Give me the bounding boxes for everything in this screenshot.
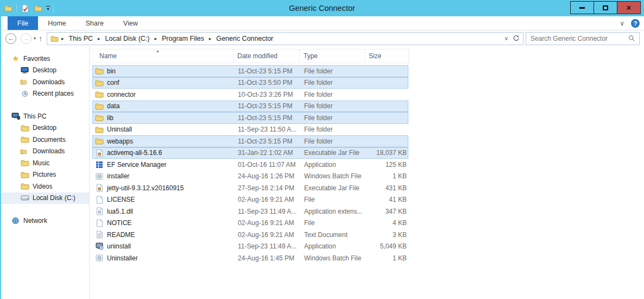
file-row[interactable]: LICENSE02-Aug-16 9:21 AMFile41 KB [92, 194, 408, 206]
file-name: README [107, 231, 135, 239]
file-name: jetty-util-9.3.12.v20160915 [107, 184, 184, 192]
forward-button[interactable]: → [21, 33, 31, 44]
sidebar-item-documents[interactable]: Documents [1, 134, 89, 146]
maximize-button[interactable] [594, 1, 617, 14]
type-cell: Windows Batch File [300, 254, 365, 262]
sidebar-item-desktop[interactable]: Desktop [1, 122, 89, 134]
breadcrumb-item[interactable]: This PC [68, 34, 94, 43]
type-cell: Executable Jar File [300, 149, 365, 157]
file-row[interactable]: data11-Oct-23 5:15 PMFile folder [92, 101, 408, 113]
sidebar-item-recent-places[interactable]: Recent places [1, 88, 89, 100]
type-cell: File [300, 219, 365, 227]
file-name: NOTICE [107, 219, 131, 227]
file-name-cell: EF Service Manager [93, 161, 234, 169]
type-cell: File folder [300, 114, 365, 122]
minimize-button[interactable] [570, 1, 594, 14]
previous-locations-chevron-icon[interactable]: ∨ [502, 35, 510, 41]
column-header-type[interactable]: Type [300, 49, 365, 63]
sidebar-item-downloads[interactable]: ↓Downloads [1, 76, 89, 88]
music-folder-icon [20, 159, 29, 166]
breadcrumb-separator-icon[interactable]: ▸ [60, 36, 66, 41]
file-name: conf [107, 79, 119, 86]
file-row[interactable]: conf11-Oct-23 5:50 PMFile folder [92, 77, 408, 89]
breadcrumb-separator-icon[interactable]: ▸ [153, 36, 159, 41]
back-button[interactable]: ← [5, 33, 16, 44]
explorer-window-icon[interactable] [3, 3, 13, 13]
address-bar[interactable]: ▸This PC▸Local Disk (C:)▸Program Files▸G… [47, 32, 523, 45]
file-row[interactable]: Uninstall11-Sep-23 11:50 A...File folder [92, 124, 408, 136]
file-row[interactable]: webapps11-Oct-23 5:15 PMFile folder [92, 135, 408, 147]
tab-home[interactable]: Home [38, 16, 75, 30]
pictures-folder-icon [20, 171, 29, 178]
file-row[interactable]: NOTICE02-Aug-16 9:21 AMFile4 KB [92, 217, 408, 229]
help-icon[interactable]: ? [631, 19, 640, 28]
file-row[interactable]: installer24-Aug-16 1:26 PMWindows Batch … [92, 171, 408, 183]
breadcrumb-item[interactable]: Program Files [161, 34, 205, 43]
breadcrumb-separator-icon[interactable]: ▸ [207, 36, 213, 41]
up-button[interactable]: ↑ [39, 34, 42, 43]
column-header-date-modified[interactable]: Date modified [233, 49, 300, 63]
sidebar-item-videos[interactable]: Videos [1, 180, 89, 192]
date-modified-cell: 11-Sep-23 11:49 A... [234, 208, 300, 215]
file-row[interactable]: lua5.1.dll11-Sep-23 11:49 A...Applicatio… [92, 205, 408, 217]
type-cell: File folder [300, 67, 365, 75]
new-folder-icon[interactable] [33, 3, 43, 13]
breadcrumb-item[interactable]: Generic Connector [215, 34, 274, 43]
file-name-cell: uninstall [93, 242, 234, 250]
file-name-cell: jetty-util-9.3.12.v20160915 [93, 184, 234, 192]
type-cell: File folder [300, 79, 365, 86]
jar-file-icon [95, 149, 104, 157]
navigation-bar: ← → ▾ ↑ ▸This PC▸Local Disk (C:)▸Program… [0, 30, 644, 46]
breadcrumb-separator-icon[interactable]: ▸ [96, 36, 102, 41]
main-area: ★FavoritesDesktop↓DownloadsRecent places… [0, 46, 644, 299]
sidebar-group-network[interactable]: Network [1, 215, 89, 227]
file-row[interactable]: uninstall11-Sep-23 11:49 A...Application… [92, 241, 408, 253]
tab-share[interactable]: Share [76, 16, 113, 30]
sidebar-group-this-pc[interactable]: This PC [1, 110, 89, 122]
column-header-name[interactable]: Name [90, 49, 233, 63]
column-header-size[interactable]: Size [365, 49, 409, 63]
minimize-ribbon-chevron-icon[interactable]: ∨ [620, 20, 624, 27]
refresh-icon[interactable] [513, 35, 520, 42]
sidebar-item-local-disk-c-[interactable]: Local Disk (C:) [1, 192, 89, 204]
favorites-star-icon: ★ [11, 54, 20, 63]
folder-icon [95, 67, 104, 74]
file-row[interactable]: bin11-Oct-23 5:15 PMFile folder [92, 65, 408, 77]
date-modified-cell: 02-Aug-16 9:21 AM [234, 196, 300, 203]
file-name: connector [107, 91, 136, 98]
size-cell: 347 KB [365, 208, 409, 215]
date-modified-cell: 11-Oct-23 5:15 PM [234, 67, 300, 75]
column-header-row: ▲ Name Date modified Type Size [90, 49, 409, 63]
application-icon [95, 242, 104, 250]
date-modified-cell: 02-Aug-16 9:21 AM [234, 231, 300, 239]
search-input[interactable] [526, 35, 628, 42]
file-name: installer [107, 172, 129, 180]
tab-file[interactable]: File [8, 16, 38, 30]
search-box [526, 32, 640, 45]
sidebar-group-favorites[interactable]: ★Favorites [1, 53, 89, 65]
file-row[interactable]: connector10-Oct-23 3:26 PMFile folder [92, 89, 408, 101]
type-cell: Application extens... [300, 208, 365, 215]
breadcrumb-item[interactable]: Local Disk (C:) [104, 34, 151, 43]
folder-icon [95, 126, 104, 133]
qat-customize-dropdown-icon[interactable]: ▾ [46, 6, 50, 10]
file-row[interactable]: EF Service Manager01-Oct-16 11:07 AMAppl… [92, 159, 408, 171]
recent-locations-chevron-icon[interactable]: ▾ [34, 36, 36, 41]
close-button[interactable]: ✕ [617, 1, 641, 14]
desktop-folder-icon [20, 124, 29, 132]
sidebar-item-desktop[interactable]: Desktop [1, 65, 89, 77]
file-name-cell: connector [93, 91, 234, 98]
batch-file-icon [95, 173, 104, 180]
file-row[interactable]: Uninstaller24-Aug-16 1:45 PMWindows Batc… [92, 252, 408, 264]
ribbon-right-controls: ∨ ? [620, 16, 640, 30]
sidebar-item-music[interactable]: Music [1, 157, 89, 169]
file-row[interactable]: README02-Aug-16 9:21 AMText Document3 KB [92, 229, 408, 241]
tab-view[interactable]: View [113, 16, 148, 30]
sidebar-item-pictures[interactable]: Pictures [1, 169, 89, 181]
file-row[interactable]: jetty-util-9.3.12.v2016091527-Sep-16 2:1… [92, 182, 408, 194]
sidebar-item-downloads[interactable]: ↓Downloads [1, 146, 89, 158]
file-row[interactable]: activemq-all-5.16.631-Jan-22 1:02 AMExec… [92, 147, 408, 159]
file-row[interactable]: lib11-Oct-23 5:15 PMFile folder [92, 112, 408, 124]
properties-icon[interactable] [20, 3, 30, 13]
type-cell: File folder [300, 138, 365, 145]
